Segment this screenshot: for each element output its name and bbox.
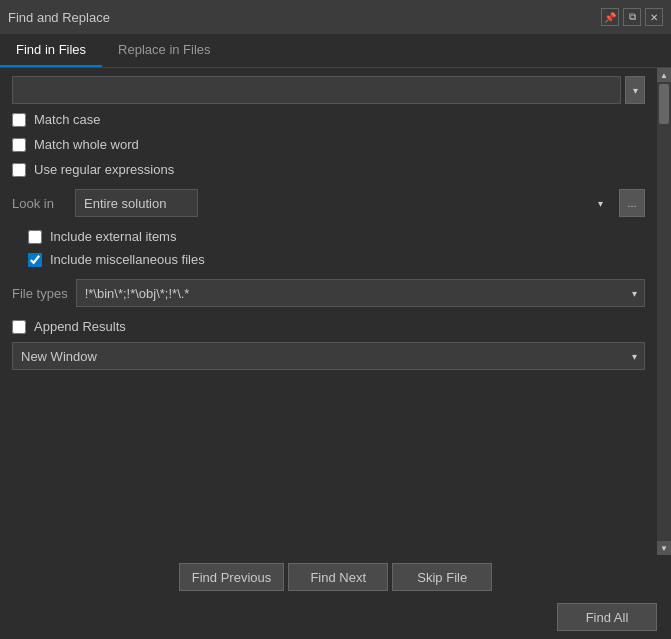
append-results-label: Append Results: [34, 319, 126, 334]
scrollbar: ▲ ▼: [657, 68, 671, 555]
search-row: ▾: [12, 76, 645, 104]
use-regex-row: Use regular expressions: [12, 160, 645, 179]
scroll-track[interactable]: [657, 82, 671, 541]
main-area: ▾ Match case Match whole word Use regula…: [0, 68, 657, 555]
look-in-select-wrapper: Entire solution Current project Current …: [75, 189, 611, 217]
match-whole-word-checkbox[interactable]: [12, 138, 26, 152]
action-buttons-row: Find Previous Find Next Skip File: [0, 555, 671, 599]
search-input[interactable]: [12, 76, 621, 104]
include-misc-label: Include miscellaneous files: [50, 252, 205, 267]
title-bar: Find and Replace 📌 ⧉ ✕: [0, 0, 671, 34]
append-results-row: Append Results: [12, 317, 645, 336]
title-bar-right: 📌 ⧉ ✕: [601, 8, 663, 26]
use-regex-label: Use regular expressions: [34, 162, 174, 177]
window-title: Find and Replace: [8, 10, 110, 25]
match-whole-word-row: Match whole word: [12, 135, 645, 154]
output-window-select[interactable]: New Window Current Window: [12, 342, 645, 370]
scroll-thumb[interactable]: [659, 84, 669, 124]
file-types-select-wrapper: !*\bin\*;!*\obj\*;!*\.*: [76, 279, 645, 307]
match-case-row: Match case: [12, 110, 645, 129]
match-whole-word-label: Match whole word: [34, 137, 139, 152]
look-in-row: Look in Entire solution Current project …: [12, 189, 645, 217]
scroll-up-arrow[interactable]: ▲: [657, 68, 671, 82]
include-external-row: Include external items: [28, 227, 645, 246]
include-external-checkbox[interactable]: [28, 230, 42, 244]
find-previous-button[interactable]: Find Previous: [179, 563, 284, 591]
match-case-checkbox[interactable]: [12, 113, 26, 127]
look-in-select[interactable]: Entire solution Current project Current …: [75, 189, 198, 217]
tab-replace-in-files[interactable]: Replace in Files: [102, 34, 227, 67]
scroll-down-arrow[interactable]: ▼: [657, 541, 671, 555]
file-types-row: File types !*\bin\*;!*\obj\*;!*\.*: [12, 279, 645, 307]
find-all-buttons-row: Find All: [0, 599, 671, 639]
file-types-select[interactable]: !*\bin\*;!*\obj\*;!*\.*: [76, 279, 645, 307]
include-misc-checkbox[interactable]: [28, 253, 42, 267]
browse-button[interactable]: ...: [619, 189, 645, 217]
search-dropdown-arrow[interactable]: ▾: [625, 76, 645, 104]
file-types-label: File types: [12, 286, 68, 301]
tabs-bar: Find in Files Replace in Files: [0, 34, 671, 68]
pin-button[interactable]: 📌: [601, 8, 619, 26]
find-next-button[interactable]: Find Next: [288, 563, 388, 591]
match-case-label: Match case: [34, 112, 100, 127]
include-options: Include external items Include miscellan…: [28, 227, 645, 269]
output-window-wrapper: New Window Current Window: [12, 342, 645, 370]
close-button[interactable]: ✕: [645, 8, 663, 26]
look-in-label: Look in: [12, 196, 67, 211]
include-misc-row: Include miscellaneous files: [28, 250, 645, 269]
skip-file-button[interactable]: Skip File: [392, 563, 492, 591]
content-area: ▾ Match case Match whole word Use regula…: [0, 68, 671, 555]
include-external-label: Include external items: [50, 229, 176, 244]
find-replace-window: Find and Replace 📌 ⧉ ✕ Find in Files Rep…: [0, 0, 671, 639]
find-all-button[interactable]: Find All: [557, 603, 657, 631]
use-regex-checkbox[interactable]: [12, 163, 26, 177]
append-results-checkbox[interactable]: [12, 320, 26, 334]
tab-find-in-files[interactable]: Find in Files: [0, 34, 102, 67]
restore-button[interactable]: ⧉: [623, 8, 641, 26]
results-section: Append Results New Window Current Window: [12, 317, 645, 370]
title-bar-left: Find and Replace: [8, 10, 110, 25]
